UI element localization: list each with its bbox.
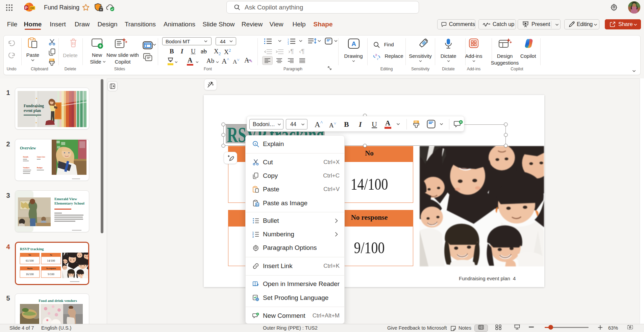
svg-text:9/100: 9/100 [48, 272, 54, 276]
svg-text:A: A [351, 40, 356, 47]
svg-text:1: 1 [288, 38, 289, 41]
svg-text:DF: DF [30, 6, 35, 10]
svg-text:Elementary School: Elementary School [54, 201, 84, 205]
svg-text:No response: No response [46, 267, 56, 269]
svg-text:No: No [50, 254, 52, 256]
svg-text:Yes: Yes [28, 254, 31, 256]
svg-text:RSVP tracking: RSVP tracking [20, 247, 44, 251]
svg-text:16/100: 16/100 [26, 272, 34, 276]
svg-text:Maybe: Maybe [27, 267, 33, 269]
svg-text:Fundraising: Fundraising [24, 104, 44, 108]
svg-text:61/100: 61/100 [26, 259, 34, 262]
svg-text:3: 3 [252, 236, 254, 238]
svg-text:P: P [25, 6, 27, 10]
svg-text:Emerald View: Emerald View [54, 197, 77, 201]
svg-text:Details: Details [23, 156, 28, 158]
svg-text:event plan: event plan [24, 109, 41, 113]
svg-text:Overview: Overview [20, 146, 36, 150]
svg-text:Budget: Budget [37, 167, 43, 169]
svg-text:3: 3 [288, 43, 289, 45]
svg-text:Food and drink vendors: Food and drink vendors [39, 299, 77, 303]
svg-text:14/100: 14/100 [47, 259, 55, 262]
svg-text:Vendors: Vendors [23, 167, 29, 169]
svg-text:c: c [377, 57, 379, 61]
svg-text:Guest List: Guest List [37, 156, 45, 158]
svg-text:b: b [375, 53, 377, 57]
